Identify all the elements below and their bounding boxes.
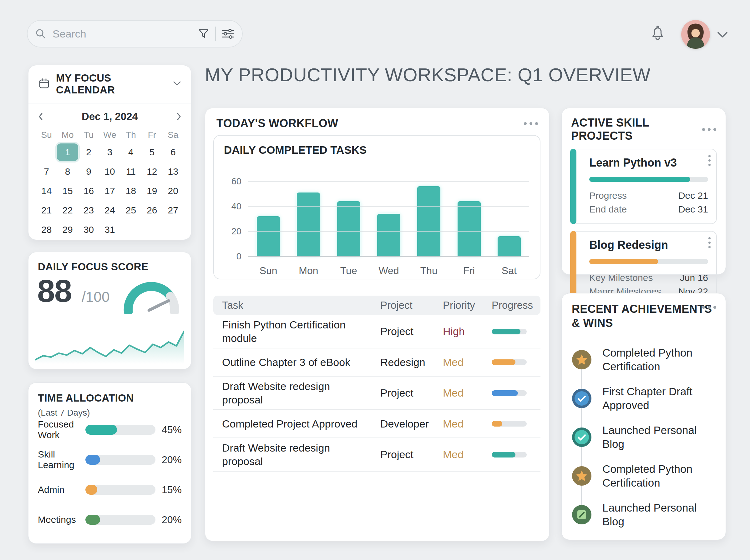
- calendar-day-24[interactable]: 24: [99, 202, 120, 219]
- calendar-chevron-down-icon[interactable]: [172, 80, 182, 88]
- calendar-day-30[interactable]: 30: [78, 221, 99, 238]
- calendar-day-17[interactable]: 17: [99, 182, 120, 200]
- time-allocation-value: 15%: [155, 484, 182, 496]
- achievement-item[interactable]: Launched Personal Blog: [572, 495, 719, 534]
- time-allocation-value: 20%: [155, 514, 182, 526]
- weekday-label: Mo: [57, 128, 78, 142]
- time-allocation-label: Meetings: [38, 514, 85, 525]
- calendar-day-10[interactable]: 10: [99, 163, 120, 180]
- calendar-day-25[interactable]: 25: [120, 202, 141, 219]
- achievements-ellipsis-menu-icon[interactable]: [702, 306, 716, 309]
- calendar-day-8[interactable]: 8: [57, 163, 78, 180]
- time-allocation-bar[interactable]: [85, 515, 155, 525]
- calendar-day-11[interactable]: 11: [120, 163, 141, 180]
- bar-mon[interactable]: [297, 192, 320, 256]
- table-row[interactable]: Completed Project ApprovedDeveloperMed: [213, 410, 540, 438]
- achievement-item[interactable]: First Chapter Draft Approved: [572, 379, 719, 418]
- kebab-menu-icon[interactable]: [708, 155, 711, 166]
- achievement-label: First Chapter Draft Approved: [603, 385, 719, 412]
- calendar-day-31[interactable]: 31: [99, 221, 120, 238]
- bar-chart-title: DAILY COMPLETED TASKS: [224, 144, 367, 156]
- task-cell: Completed Project Approved: [222, 417, 380, 431]
- progress-cell: [492, 390, 534, 396]
- achievement-item[interactable]: Launched Personal Blog: [572, 418, 719, 457]
- bar-slot: [329, 201, 369, 256]
- bar-sat[interactable]: [498, 236, 521, 256]
- x-axis-label: Sat: [489, 265, 529, 276]
- user-menu-chevron-down-icon[interactable]: [716, 29, 729, 40]
- calendar-day-3[interactable]: 3: [99, 143, 120, 161]
- bar-fri[interactable]: [458, 201, 481, 256]
- table-row[interactable]: Finish Python Certification moduleProjec…: [213, 315, 540, 349]
- calendar-day-22[interactable]: 22: [57, 202, 78, 219]
- user-avatar[interactable]: [681, 20, 710, 49]
- calendar-next-month-button[interactable]: [175, 111, 183, 122]
- time-allocation-bar[interactable]: [85, 485, 155, 495]
- table-row[interactable]: Outline Chapter 3 of eBookRedesignMed: [213, 349, 540, 377]
- bar-sun[interactable]: [257, 216, 280, 256]
- calendar-day-empty: [120, 221, 141, 238]
- project-detail-row: End dateDec 31: [589, 203, 708, 216]
- bar-wed[interactable]: [377, 214, 400, 256]
- calendar-day-21[interactable]: 21: [36, 202, 57, 219]
- achievement-item[interactable]: Completed Python Certification: [572, 457, 719, 495]
- focus-score-value: 88: [37, 273, 71, 309]
- search-bar[interactable]: [27, 20, 243, 47]
- calendar-day-26[interactable]: 26: [141, 202, 162, 219]
- filter-funnel-icon[interactable]: [197, 27, 210, 40]
- calendar-day-15[interactable]: 15: [57, 182, 78, 200]
- skill-projects-ellipsis-menu-icon[interactable]: [702, 128, 716, 131]
- calendar-day-27[interactable]: 27: [163, 202, 183, 219]
- settings-sliders-icon[interactable]: [221, 27, 235, 40]
- table-row[interactable]: Draft Website redesign proposalProjectMe…: [213, 438, 540, 472]
- calendar-day-1[interactable]: 1: [57, 143, 78, 161]
- project-detail-value: Dec 21: [678, 189, 708, 203]
- progress-pill-fill: [492, 421, 502, 427]
- achievement-item[interactable]: Completed Python Certification: [572, 340, 719, 379]
- skill-project-card[interactable]: Learn Python v3ProgressDec 21End dateDec…: [571, 149, 717, 224]
- project-name: Blog Redesign: [589, 238, 708, 252]
- calendar-day-9[interactable]: 9: [78, 163, 99, 180]
- notification-bell-icon[interactable]: [648, 24, 667, 43]
- table-row[interactable]: Draft Website redesign proposalProjectMe…: [213, 377, 540, 410]
- calendar-prev-month-button[interactable]: [37, 111, 45, 122]
- time-allocation-bar[interactable]: [85, 455, 155, 465]
- task-table-header: TaskProjectPriorityProgress: [213, 296, 540, 315]
- progress-pill-fill: [492, 359, 515, 365]
- chart-gridline: [248, 206, 529, 207]
- calendar-day-28[interactable]: 28: [36, 221, 57, 238]
- bar-thu[interactable]: [417, 186, 440, 256]
- task-cell: Finish Python Certification module: [222, 318, 380, 345]
- workflow-ellipsis-menu-icon[interactable]: [524, 122, 538, 125]
- calendar-day-13[interactable]: 13: [163, 163, 183, 180]
- project-progress-bar: [589, 177, 708, 182]
- kebab-menu-icon[interactable]: [708, 237, 711, 248]
- calendar-day-4[interactable]: 4: [120, 143, 141, 161]
- time-allocation-bar[interactable]: [85, 425, 155, 435]
- calendar-day-7[interactable]: 7: [36, 163, 57, 180]
- calendar-day-5[interactable]: 5: [141, 143, 162, 161]
- calendar-day-6[interactable]: 6: [163, 143, 183, 161]
- calendar-day-14[interactable]: 14: [36, 182, 57, 200]
- achievement-label: Completed Python Certification: [603, 346, 719, 373]
- calendar-day-empty: [141, 221, 162, 238]
- task-cell: Draft Website redesign proposal: [222, 380, 380, 406]
- calendar-day-12[interactable]: 12: [141, 163, 162, 180]
- calendar-day-18[interactable]: 18: [120, 182, 141, 200]
- recent-achievements-card: RECENT ACHIEVEMENTS & WINS Completed Pyt…: [561, 293, 726, 540]
- search-input[interactable]: [52, 27, 197, 40]
- calendar-day-16[interactable]: 16: [78, 182, 99, 200]
- time-allocation-value: 20%: [155, 454, 182, 465]
- calendar-day-19[interactable]: 19: [141, 182, 162, 200]
- focus-score-total: /100: [82, 288, 110, 305]
- chart-baseline: [248, 256, 529, 256]
- calendar-day-2[interactable]: 2: [78, 143, 99, 161]
- calendar-header[interactable]: MY FOCUS CALENDAR: [28, 65, 191, 103]
- calendar-day-20[interactable]: 20: [163, 182, 183, 200]
- task-cell: Draft Website redesign proposal: [222, 441, 380, 468]
- calendar-day-23[interactable]: 23: [78, 202, 99, 219]
- achievements-timeline: Completed Python CertificationFirst Chap…: [572, 340, 719, 535]
- page-title: MY PRODUCTIVITY WORKSPACE: Q1 OVERVIEW: [205, 64, 651, 86]
- calendar-day-29[interactable]: 29: [57, 221, 78, 238]
- bar-tue[interactable]: [337, 201, 360, 256]
